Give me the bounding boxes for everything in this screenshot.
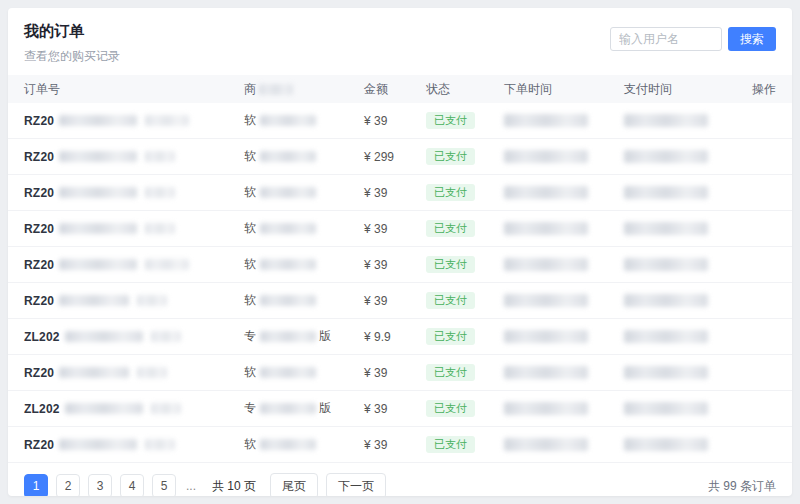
redacted-pay-time — [624, 438, 708, 451]
card-header: 我的订单 查看您的购买记录 搜索 — [8, 8, 792, 75]
amount-cell: ¥ 39 — [364, 402, 426, 416]
redacted-product-name — [260, 223, 316, 234]
search-button[interactable]: 搜索 — [728, 27, 776, 51]
product-cell: 软 — [244, 364, 364, 381]
table-row: RZ20 软 ¥ 39 已支付 — [8, 211, 792, 247]
status-cell: 已支付 — [426, 256, 504, 273]
status-badge: 已支付 — [426, 400, 475, 417]
redacted-product-name — [260, 403, 316, 414]
pay-time-cell — [624, 366, 742, 379]
product-suffix: 版 — [319, 400, 331, 417]
last-page-button[interactable]: 尾页 — [270, 473, 318, 496]
table-row: ZL202 专版 ¥ 9.9 已支付 — [8, 319, 792, 355]
redacted-order-time — [504, 402, 588, 415]
redacted-order-id — [145, 115, 189, 126]
pay-time-cell — [624, 222, 742, 235]
redacted-pay-time — [624, 222, 708, 235]
page-button-4[interactable]: 4 — [120, 474, 144, 496]
search-input[interactable] — [610, 27, 722, 51]
amount-cell: ¥ 39 — [364, 294, 426, 308]
redacted-order-time — [504, 294, 588, 307]
pay-time-cell — [624, 186, 742, 199]
redacted-product-name — [260, 151, 316, 162]
product-cell: 软 — [244, 220, 364, 237]
redacted-product-name — [260, 331, 316, 342]
redacted-order-id — [65, 331, 143, 342]
redacted-pay-time — [624, 258, 708, 271]
status-badge: 已支付 — [426, 292, 475, 309]
status-cell: 已支付 — [426, 112, 504, 129]
next-page-button[interactable]: 下一页 — [326, 473, 386, 496]
redacted-order-id — [65, 403, 143, 414]
status-cell: 已支付 — [426, 436, 504, 453]
order-time-cell — [504, 330, 624, 343]
product-cell: 软 — [244, 256, 364, 273]
title-block: 我的订单 查看您的购买记录 — [24, 22, 120, 65]
redacted-order-time — [504, 222, 588, 235]
product-prefix: 专 — [244, 400, 256, 417]
order-id-prefix: RZ20 — [24, 258, 54, 272]
order-id-cell: RZ20 — [24, 186, 244, 200]
page-button-2[interactable]: 2 — [56, 474, 80, 496]
product-suffix: 版 — [319, 328, 331, 345]
pagination-ellipsis: ... — [186, 479, 196, 493]
product-cell: 专版 — [244, 400, 364, 417]
status-cell: 已支付 — [426, 364, 504, 381]
status-badge: 已支付 — [426, 328, 475, 345]
product-prefix: 软 — [244, 112, 256, 129]
redacted-order-id — [59, 367, 129, 378]
product-cell: 软 — [244, 148, 364, 165]
order-id-cell: RZ20 — [24, 366, 244, 380]
redacted-pay-time — [624, 366, 708, 379]
status-badge: 已支付 — [426, 364, 475, 381]
product-cell: 专版 — [244, 328, 364, 345]
redacted-product-name — [260, 115, 316, 126]
total-pages-label: 共 10 页 — [212, 478, 256, 495]
order-id-prefix: RZ20 — [24, 222, 54, 236]
table-row: RZ20 软 ¥ 39 已支付 — [8, 247, 792, 283]
order-id-cell: RZ20 — [24, 438, 244, 452]
table-row: RZ20 软 ¥ 39 已支付 — [8, 355, 792, 391]
status-badge: 已支付 — [426, 112, 475, 129]
redacted-order-id — [145, 439, 175, 450]
table-row: RZ20 软 ¥ 39 已支付 — [8, 103, 792, 139]
redacted-order-time — [504, 258, 588, 271]
header-status: 状态 — [426, 81, 504, 98]
product-prefix: 软 — [244, 292, 256, 309]
order-time-cell — [504, 294, 624, 307]
pay-time-cell — [624, 438, 742, 451]
pay-time-cell — [624, 258, 742, 271]
amount-cell: ¥ 39 — [364, 258, 426, 272]
redacted-pay-time — [624, 294, 708, 307]
redacted-product-name — [260, 439, 316, 450]
redacted-order-id — [59, 259, 137, 270]
amount-cell: ¥ 39 — [364, 186, 426, 200]
order-time-cell — [504, 366, 624, 379]
order-id-prefix: RZ20 — [24, 438, 54, 452]
order-id-cell: ZL202 — [24, 402, 244, 416]
page-button-5[interactable]: 5 — [152, 474, 176, 496]
header-product-label: 商 — [244, 81, 256, 98]
redacted-order-time — [504, 186, 588, 199]
redacted-order-id — [59, 223, 137, 234]
status-cell: 已支付 — [426, 400, 504, 417]
search-bar: 搜索 — [610, 27, 776, 51]
status-badge: 已支付 — [426, 436, 475, 453]
product-cell: 软 — [244, 112, 364, 129]
status-cell: 已支付 — [426, 220, 504, 237]
page-button-3[interactable]: 3 — [88, 474, 112, 496]
redacted-order-time — [504, 366, 588, 379]
redacted-product-name — [260, 367, 316, 378]
order-id-cell: RZ20 — [24, 114, 244, 128]
page-button-1[interactable]: 1 — [24, 474, 48, 496]
order-id-prefix: RZ20 — [24, 366, 54, 380]
product-prefix: 软 — [244, 436, 256, 453]
order-time-cell — [504, 150, 624, 163]
redacted-order-time — [504, 150, 588, 163]
redacted-order-id — [59, 295, 129, 306]
product-prefix: 软 — [244, 148, 256, 165]
page-subtitle: 查看您的购买记录 — [24, 48, 120, 65]
redacted-pay-time — [624, 150, 708, 163]
order-id-prefix: RZ20 — [24, 150, 54, 164]
redacted-product-name — [260, 295, 316, 306]
